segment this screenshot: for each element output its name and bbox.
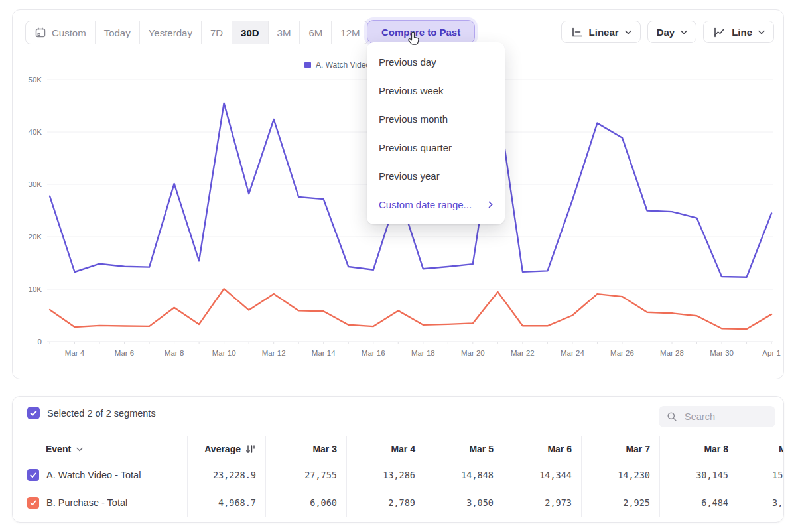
svg-text:10K: 10K <box>29 285 42 293</box>
svg-text:Mar 22: Mar 22 <box>511 349 535 357</box>
chevron-down-icon <box>681 30 687 34</box>
table-cell: 13,286 <box>346 461 425 489</box>
date-column-header: Mar 5 <box>425 437 503 461</box>
svg-text:0: 0 <box>38 338 42 346</box>
table-cell-clipped: 3, <box>738 489 784 517</box>
chevron-right-icon <box>488 201 493 208</box>
table-cell: 2,789 <box>346 489 425 517</box>
table-cell: 14,344 <box>503 461 581 489</box>
chart-type-dropdown[interactable]: Line <box>703 21 774 43</box>
svg-text:Mar 18: Mar 18 <box>411 349 435 357</box>
svg-text:Apr 1: Apr 1 <box>762 349 781 357</box>
segments-header: Selected 2 of 2 segments <box>27 407 156 419</box>
svg-text:50K: 50K <box>29 76 42 84</box>
chart-display-controls: Linear Day Line <box>561 21 774 43</box>
table-cell: 6,484 <box>659 489 738 517</box>
segments-search[interactable] <box>659 406 775 427</box>
chevron-down-icon <box>758 30 765 34</box>
compare-to-past-menu: Previous day Previous week Previous mont… <box>367 42 505 224</box>
row-checkbox-purchase[interactable] <box>27 497 39 509</box>
interval-dropdown[interactable]: Day <box>647 21 697 43</box>
check-icon <box>29 471 37 479</box>
table-cell: 14,848 <box>425 461 503 489</box>
row-checkbox-watch-video[interactable] <box>27 469 39 481</box>
svg-text:Mar 24: Mar 24 <box>561 349 584 357</box>
hand-cursor-icon <box>406 31 421 48</box>
table-cell-clipped: 15, <box>738 461 784 489</box>
svg-text:30K: 30K <box>29 180 42 188</box>
series-a-swatch <box>304 62 311 68</box>
date-column-header: Mar 3 <box>265 437 346 461</box>
svg-text:Mar 10: Mar 10 <box>212 349 236 357</box>
calendar-icon <box>34 27 46 38</box>
scale-dropdown[interactable]: Linear <box>561 21 641 43</box>
linear-axis-icon <box>570 27 583 38</box>
svg-text:Mar 8: Mar 8 <box>165 349 184 357</box>
menu-item-previous-month[interactable]: Previous month <box>367 105 505 133</box>
segments-card: Selected 2 of 2 segments Event Average <box>12 396 784 523</box>
table-cell: 3,050 <box>425 489 503 517</box>
segments-table: Event Average Mar 3 Mar 4 Mar 5 Mar 6 Ma… <box>13 437 784 517</box>
table-cell: 27,755 <box>265 461 346 489</box>
range-today-button[interactable]: Today <box>96 21 140 44</box>
date-column-header-clipped: M <box>738 437 784 461</box>
check-icon <box>29 499 37 507</box>
svg-text:Mar 28: Mar 28 <box>660 349 684 357</box>
table-cell: 23,228.9 <box>187 461 265 489</box>
menu-item-previous-day[interactable]: Previous day <box>367 48 505 76</box>
sort-descending-icon <box>245 444 256 454</box>
selected-segments-label: Selected 2 of 2 segments <box>47 408 156 419</box>
date-column-header: Mar 4 <box>346 437 425 461</box>
menu-item-previous-quarter[interactable]: Previous quarter <box>367 133 505 162</box>
svg-text:Mar 30: Mar 30 <box>710 349 734 357</box>
search-icon <box>667 411 677 422</box>
date-column-header: Mar 7 <box>581 437 659 461</box>
chart-legend: A. Watch Video <box>304 60 370 70</box>
range-6m-button[interactable]: 6M <box>300 21 332 44</box>
line-chart-icon <box>712 27 726 38</box>
range-yesterday-button[interactable]: Yesterday <box>140 21 202 44</box>
table-cell: 2,925 <box>581 489 659 517</box>
date-column-header: Mar 6 <box>503 437 581 461</box>
average-column-header[interactable]: Average <box>187 437 265 461</box>
table-row-watch-video-label: A. Watch Video - Total <box>13 461 187 489</box>
search-input[interactable] <box>683 411 765 423</box>
range-3m-button[interactable]: 3M <box>269 21 300 44</box>
select-all-checkbox[interactable] <box>27 407 40 419</box>
range-12m-button[interactable]: 12M <box>332 21 368 44</box>
date-column-header: Mar 8 <box>659 437 738 461</box>
table-row-purchase-label: B. Purchase - Total <box>13 489 187 517</box>
svg-text:20K: 20K <box>29 233 42 241</box>
table-cell: 30,145 <box>659 461 738 489</box>
table-cell: 14,230 <box>581 461 659 489</box>
svg-text:Mar 26: Mar 26 <box>610 349 634 357</box>
range-7d-button[interactable]: 7D <box>202 21 232 44</box>
menu-item-previous-year[interactable]: Previous year <box>367 162 505 190</box>
chevron-down-icon <box>625 30 631 34</box>
range-custom-button[interactable]: Custom <box>26 21 96 44</box>
date-range-segmented-control: Custom Today Yesterday 7D 30D 3M 6M 12M <box>25 21 369 44</box>
menu-item-custom-date-range[interactable]: Custom date range... <box>367 190 505 219</box>
table-cell: 2,973 <box>503 489 581 517</box>
analytics-report-page: 010K20K30K40K50KMar 4Mar 6Mar 8Mar 10Mar… <box>0 0 796 532</box>
svg-text:Mar 12: Mar 12 <box>262 349 286 357</box>
table-cell: 4,968.7 <box>187 489 265 517</box>
svg-text:Mar 20: Mar 20 <box>461 349 485 357</box>
svg-text:Mar 16: Mar 16 <box>362 349 385 357</box>
table-cell: 6,060 <box>265 489 346 517</box>
svg-text:Mar 6: Mar 6 <box>115 349 134 357</box>
svg-text:Mar 4: Mar 4 <box>65 349 85 357</box>
menu-item-previous-week[interactable]: Previous week <box>367 76 505 105</box>
chevron-down-icon <box>76 447 83 452</box>
range-30d-button[interactable]: 30D <box>232 21 269 44</box>
event-column-header[interactable]: Event <box>13 437 187 461</box>
series-a-legend-label: A. Watch Video <box>316 60 370 70</box>
check-icon <box>29 409 38 417</box>
svg-text:40K: 40K <box>29 128 42 136</box>
svg-text:Mar 14: Mar 14 <box>312 349 336 357</box>
